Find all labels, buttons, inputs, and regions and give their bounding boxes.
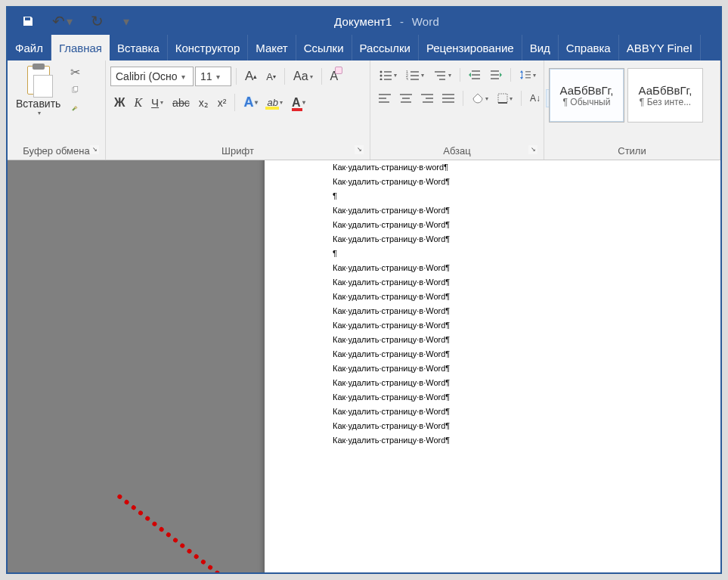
- style-no-spacing[interactable]: АаБбВвГг, ¶ Без инте...: [627, 68, 703, 123]
- document-name: Документ1: [334, 15, 392, 28]
- svg-rect-15: [435, 71, 445, 73]
- document-line[interactable]: Как·удалить·страницу·в·Word¶: [333, 275, 720, 290]
- title-separator: -: [395, 15, 408, 28]
- bullets-button[interactable]: ▾: [375, 67, 401, 82]
- svg-rect-36: [423, 101, 433, 103]
- svg-point-7: [380, 79, 383, 81]
- document-line[interactable]: Как·удалить·страницу·в·Word¶: [333, 361, 720, 376]
- document-line[interactable]: ¶: [333, 189, 720, 203]
- svg-rect-17: [439, 79, 445, 80]
- undo-icon[interactable]: ↶▾: [48, 10, 76, 33]
- tab-рассылки[interactable]: Рассылки: [352, 35, 419, 60]
- document-line[interactable]: Как·удалить·страницу·в·Word¶: [333, 232, 720, 247]
- paste-label: Вставить: [16, 98, 60, 110]
- document-line[interactable]: Как·удалить·страницу·в·Word¶: [333, 261, 720, 275]
- document-line[interactable]: Как·удалить·страницу·в·Word¶: [333, 175, 720, 189]
- ribbon-tabs: ФайлГлавнаяВставкаКонструкторМакетСсылки…: [8, 35, 720, 60]
- document-line[interactable]: Как·удалить·страницу·в·Word¶: [333, 376, 720, 390]
- document-line[interactable]: Как·удалить·страницу·в·word¶: [333, 160, 720, 175]
- format-painter-icon[interactable]: [67, 101, 82, 115]
- svg-rect-32: [402, 98, 410, 99]
- justify-icon[interactable]: [438, 91, 458, 105]
- document-line[interactable]: Как·удалить·страницу·в·Word¶: [333, 318, 720, 333]
- svg-rect-35: [426, 98, 433, 99]
- svg-rect-4: [384, 71, 392, 73]
- strike-button[interactable]: abє: [169, 95, 194, 111]
- qat-customize-icon[interactable]: ▾: [118, 12, 133, 31]
- tab-главная[interactable]: Главная: [51, 35, 110, 60]
- align-right-icon[interactable]: [417, 91, 437, 105]
- redo-icon[interactable]: ↻: [87, 10, 107, 33]
- text-effects-button[interactable]: A▾: [240, 92, 262, 113]
- tab-макет[interactable]: Макет: [248, 35, 296, 60]
- font-color-button[interactable]: A ▾: [288, 94, 309, 112]
- tab-конструктор[interactable]: Конструктор: [168, 35, 249, 60]
- clear-formatting-icon[interactable]: A: [327, 67, 342, 85]
- style-normal[interactable]: АаБбВвГг, ¶ Обычный: [549, 68, 624, 123]
- font-dialog-launcher-icon[interactable]: ↘: [355, 145, 364, 154]
- document-line[interactable]: ¶: [333, 247, 720, 261]
- align-left-icon[interactable]: [375, 91, 395, 105]
- svg-rect-20: [472, 78, 480, 79]
- paste-button[interactable]: Вставить ▾: [12, 64, 64, 119]
- tab-справка[interactable]: Справка: [559, 35, 619, 60]
- shading-button[interactable]: ▾: [468, 91, 492, 106]
- document-line[interactable]: Как·удалить·страницу·в·Word¶: [333, 419, 720, 433]
- document-line[interactable]: Как·удалить·страницу·в·Word¶: [333, 347, 720, 361]
- underline-button[interactable]: Ч▾: [147, 94, 167, 111]
- tab-вид[interactable]: Вид: [522, 35, 559, 60]
- font-size-combo[interactable]: 11▾: [195, 67, 231, 86]
- clipboard-dialog-launcher-icon[interactable]: ↘: [90, 145, 99, 154]
- numbering-button[interactable]: 123▾: [402, 67, 428, 82]
- svg-rect-40: [498, 94, 507, 103]
- save-icon[interactable]: [18, 13, 38, 29]
- svg-rect-30: [379, 101, 389, 103]
- bold-button[interactable]: Ж: [110, 94, 129, 112]
- grow-font-icon[interactable]: A▴: [241, 67, 261, 86]
- tab-ссылки[interactable]: Ссылки: [296, 35, 352, 60]
- align-center-icon[interactable]: [396, 91, 416, 105]
- shrink-font-icon[interactable]: A▾: [262, 69, 280, 85]
- tab-файл[interactable]: Файл: [8, 35, 51, 60]
- svg-rect-37: [442, 94, 454, 95]
- document-area[interactable]: Как·удалить·страницу·в·word¶Как·удалить·…: [8, 160, 720, 572]
- document-line[interactable]: Как·удалить·страницу·в·Word¶: [333, 304, 720, 318]
- sort-button[interactable]: А↓: [526, 91, 544, 106]
- document-line[interactable]: Как·удалить·страницу·в·Word¶: [333, 218, 720, 232]
- paragraph-dialog-launcher-icon[interactable]: ↘: [528, 145, 537, 154]
- svg-rect-1: [74, 87, 78, 91]
- multilevel-list-button[interactable]: ▾: [429, 67, 455, 82]
- italic-button[interactable]: К: [130, 94, 146, 112]
- change-case-button[interactable]: Aa▾: [290, 67, 317, 85]
- highlight-button[interactable]: ab ▾: [263, 95, 286, 110]
- increase-indent-icon[interactable]: [486, 67, 506, 82]
- svg-rect-19: [472, 74, 480, 76]
- font-name-combo[interactable]: Calibri (Осно▾: [110, 67, 194, 86]
- document-line[interactable]: Как·удалить·страницу·в·Word¶: [333, 333, 720, 347]
- document-line[interactable]: Как·удалить·страницу·в·Word¶: [333, 290, 720, 304]
- decrease-indent-icon[interactable]: [465, 67, 485, 82]
- window-title: Документ1 - Word: [144, 15, 630, 28]
- superscript-button[interactable]: x²: [214, 95, 231, 111]
- document-line[interactable]: Как·удалить·страницу·в·Word¶: [333, 405, 720, 419]
- document-page[interactable]: Как·удалить·страницу·в·word¶Как·удалить·…: [265, 160, 720, 572]
- group-font: Calibri (Осно▾ 11▾ A▴ A▾ Aa▾ A: [106, 60, 370, 160]
- group-label-styles: Стили: [549, 144, 715, 158]
- document-line[interactable]: Как·удалить·страницу·в·Word¶: [333, 203, 720, 218]
- title-bar: ↶▾ ↻ ▾ Документ1 - Word: [8, 8, 720, 35]
- document-line[interactable]: Как·удалить·страницу·в·Word¶: [333, 390, 720, 405]
- borders-button[interactable]: ▾: [494, 91, 516, 106]
- svg-rect-8: [384, 79, 392, 80]
- tab-abbyy finei[interactable]: ABBYY FineI: [619, 35, 701, 60]
- line-spacing-button[interactable]: ▾: [516, 67, 540, 83]
- subscript-button[interactable]: x₂: [195, 95, 212, 111]
- ribbon: Вставить ▾ ✂ Буфер обмена ↘: [8, 60, 720, 160]
- copy-icon[interactable]: [67, 83, 82, 97]
- tab-вставка[interactable]: Вставка: [110, 35, 168, 60]
- group-label-paragraph: Абзац ↘: [375, 144, 539, 158]
- svg-rect-33: [401, 101, 411, 103]
- cut-icon[interactable]: ✂: [67, 65, 82, 79]
- document-line[interactable]: Как·удалить·страницу·в·Word¶: [333, 433, 720, 448]
- svg-rect-10: [410, 71, 419, 73]
- tab-рецензирование[interactable]: Рецензирование: [419, 35, 522, 60]
